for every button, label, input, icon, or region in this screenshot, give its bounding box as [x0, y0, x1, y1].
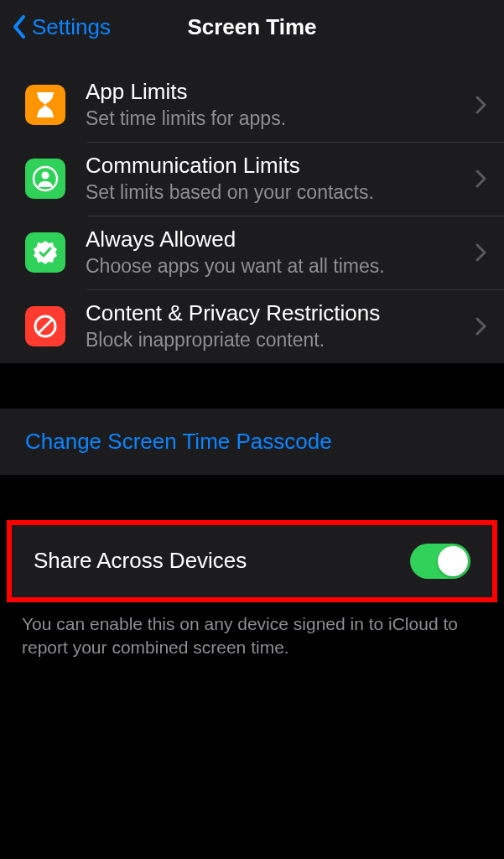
row-content-privacy[interactable]: Content & Privacy Restrictions Block ina…: [0, 290, 504, 363]
row-content: Content & Privacy Restrictions Block ina…: [86, 300, 475, 353]
svg-point-3: [42, 172, 49, 180]
row-always-allowed[interactable]: Always Allowed Choose apps you want at a…: [0, 216, 504, 289]
chevron-left-icon: [12, 15, 27, 39]
row-title: Communication Limits: [86, 153, 467, 179]
toggle-knob: [438, 546, 468, 576]
chevron-right-icon: [475, 169, 487, 188]
row-content: Communication Limits Set limits based on…: [86, 153, 475, 206]
svg-rect-0: [37, 92, 54, 95]
share-toggle[interactable]: [410, 544, 470, 579]
row-subtitle: Set time limits for apps.: [86, 107, 467, 132]
section-spacer: [0, 363, 504, 409]
chevron-right-icon: [475, 96, 487, 114]
row-content: Always Allowed Choose apps you want at a…: [86, 226, 475, 279]
back-label: Settings: [32, 14, 111, 40]
row-subtitle: Choose apps you want at all times.: [86, 254, 467, 279]
highlight-annotation: Share Across Devices: [7, 520, 497, 602]
hourglass-icon: [25, 85, 65, 125]
row-title: Content & Privacy Restrictions: [86, 300, 467, 326]
svg-line-5: [39, 320, 52, 333]
section-spacer: [0, 475, 504, 520]
chevron-right-icon: [475, 243, 487, 262]
settings-group: App Limits Set time limits for apps. Com…: [0, 54, 504, 363]
row-communication-limits[interactable]: Communication Limits Set limits based on…: [0, 143, 504, 216]
row-title: Always Allowed: [86, 226, 467, 252]
contact-circle-icon: [25, 159, 65, 199]
footer-description: You can enable this on any device signed…: [0, 602, 504, 660]
svg-rect-1: [37, 115, 54, 117]
row-app-limits[interactable]: App Limits Set time limits for apps.: [0, 69, 504, 142]
change-passcode-link[interactable]: Change Screen Time Passcode: [0, 409, 504, 475]
row-content: App Limits Set time limits for apps.: [86, 79, 475, 132]
row-share-across-devices[interactable]: Share Across Devices: [12, 525, 492, 597]
row-subtitle: Set limits based on your contacts.: [86, 180, 467, 206]
back-button[interactable]: Settings: [0, 14, 111, 40]
chevron-right-icon: [475, 317, 487, 336]
page-title: Screen Time: [187, 14, 316, 40]
nav-header: Settings Screen Time: [0, 0, 504, 54]
no-entry-icon: [25, 306, 65, 346]
toggle-label: Share Across Devices: [34, 548, 247, 574]
check-badge-icon: [25, 232, 65, 273]
row-subtitle: Block inappropriate content.: [86, 328, 467, 353]
row-title: App Limits: [86, 79, 467, 105]
